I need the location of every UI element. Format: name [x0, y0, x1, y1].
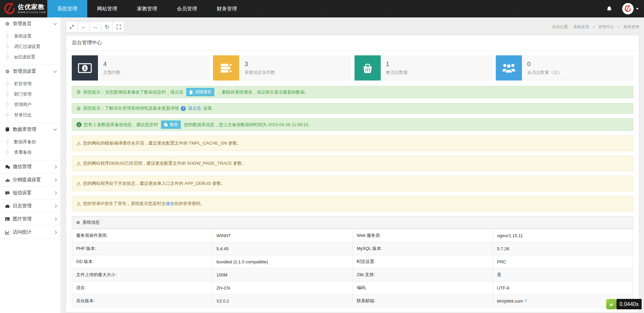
- stat-card-teachers[interactable]: 1 教员总数量: [355, 55, 492, 81]
- chevron-right-icon: [54, 178, 57, 181]
- sidebar-group-image: 图片管理: [0, 213, 61, 226]
- table-row: PHP 版本: 5.4.45 MySQL 版本: 5.7.26: [72, 242, 633, 255]
- stat-label: 教员总数量: [386, 69, 486, 75]
- expand-tab-button[interactable]: [66, 21, 78, 33]
- expand-icon: [69, 24, 74, 29]
- wechat-icon: [4, 165, 10, 169]
- sidebar-item-visit-stats[interactable]: 访问统计: [0, 226, 61, 239]
- change-password-link[interactable]: 修改: [166, 201, 174, 206]
- nav-item-website[interactable]: 网站管理: [87, 0, 127, 17]
- sidebar-item-view-backup[interactable]: 查看备份: [0, 147, 61, 157]
- stat-card-bookings[interactable]: 1 4 总预约数: [72, 55, 209, 81]
- top-nav-menu: 系统管理 网站管理 家教管理 会员管理 财务管理: [47, 0, 247, 17]
- sidebar-group-stats: 访问统计: [0, 226, 61, 239]
- gear-icon: ⚙: [76, 90, 81, 95]
- table-row: 后台版本: V2.0.2 联系邮箱: bh#jxbht.com?: [72, 295, 633, 308]
- sidebar-item-image-manage[interactable]: 图片管理: [0, 213, 61, 225]
- sidebar-item-word-filter[interactable]: 词汇过滤设置: [0, 41, 61, 52]
- money-icon: 1: [72, 55, 98, 81]
- stat-label: 家教信息发布数: [245, 69, 345, 75]
- nav-item-tutor[interactable]: 家教管理: [127, 0, 167, 17]
- copy-icon: [164, 123, 168, 127]
- alert-backup: i 您有 1 条数据库备份信息，建议您定时 备份 您的数据库信息，您: [72, 118, 633, 131]
- email-help-link[interactable]: ?: [524, 299, 527, 304]
- alert-clear-cache: ⚙ 系统提示：当您新增或者修改了数据信息时，请点击 清除缓存: [72, 86, 633, 98]
- sidebar: ⚙ 管理首页 系统设置 词汇过滤设置 Ip过滤设置 ⚙ 管理员设置 栏目管理: [0, 17, 61, 313]
- table-row: 服务器操作系统: WINNT Web 服务器: nginx/1.15.11: [72, 229, 633, 242]
- sysinfo-label: 编码:: [353, 281, 493, 295]
- sysinfo-label: PHP 版本:: [72, 242, 212, 255]
- stat-card-members[interactable]: 0 会员总数量（位）: [496, 55, 633, 81]
- info-circle-icon: i: [76, 122, 82, 127]
- sidebar-item-admin-users[interactable]: 管理用户: [0, 99, 61, 110]
- table-row: 文件上传的最大大小: 100M Zlib 支持: 是: [72, 268, 633, 281]
- system-info-section: ⚙ 系统信息 服务器操作系统: WINNT Web 服务器: nginx/1.1…: [72, 216, 633, 308]
- backup-button[interactable]: 备份: [161, 120, 181, 129]
- sidebar-item-home[interactable]: ⚙ 管理首页: [0, 17, 61, 30]
- sidebar-item-commission-settings[interactable]: 分销提成设置: [0, 173, 61, 186]
- contact-email: bh#jxbht.com: [497, 299, 523, 304]
- chevron-down-icon: [54, 22, 57, 25]
- sidebar-item-department-manage[interactable]: 部门管理: [0, 89, 61, 99]
- sysinfo-label: 时区设置:: [353, 255, 493, 268]
- stat-value: 3: [245, 61, 345, 68]
- avatar: [622, 3, 634, 14]
- sidebar-item-log-manage[interactable]: 日志管理: [0, 200, 61, 212]
- sidebar-item-system-settings[interactable]: 系统设置: [0, 31, 61, 41]
- sysinfo-value: UTF-8: [493, 281, 633, 295]
- alert-debug-enabled: ⚠ 您的网站程序DEBUG已经启用，建议更改配置文件的 SHOW_PAGE_TR…: [72, 156, 633, 171]
- stat-label: 会员总数量（位）: [527, 69, 628, 75]
- forward-button[interactable]: →: [89, 21, 101, 33]
- sysinfo-value: 5.4.45: [212, 242, 353, 255]
- sysinfo-value: 5.7.26: [493, 242, 633, 255]
- gear-icon: ⚙: [4, 69, 10, 74]
- refresh-button[interactable]: ↻: [101, 21, 113, 33]
- sysinfo-label: MySQL 版本:: [353, 242, 493, 255]
- warning-icon: ⚠: [76, 161, 81, 166]
- nav-item-system[interactable]: 系统管理: [47, 0, 87, 17]
- arrow-right-icon: →: [93, 24, 98, 30]
- user-menu-button[interactable]: [619, 0, 644, 17]
- clear-cache-button[interactable]: 清除缓存: [186, 88, 214, 96]
- sysinfo-label: Web 服务器:: [353, 229, 493, 242]
- sysinfo-value: nginx/1.15.11: [493, 229, 633, 242]
- breadcrumb-current: 系统管理: [623, 24, 639, 29]
- sysinfo-label: 服务器操作系统:: [72, 229, 212, 242]
- question-circle-icon[interactable]: ?: [181, 106, 186, 111]
- sidebar-item-sms-settings[interactable]: 短信设置: [0, 187, 61, 199]
- navbar-right: [599, 0, 644, 17]
- sidebar-item-login-log[interactable]: 登录日志: [0, 110, 61, 120]
- alert-version-info: ⚙ 系统提示：了解后台管理系统特性及版本更新详情 ? 请点击 这里。: [72, 103, 633, 114]
- nav-item-member[interactable]: 会员管理: [167, 0, 207, 17]
- chevron-right-icon: [54, 165, 57, 168]
- breadcrumb-home[interactable]: 系统首页: [573, 24, 589, 29]
- database-icon: [4, 127, 10, 132]
- thinkphp-flame-icon[interactable]: [606, 299, 616, 309]
- sidebar-group-log: 日志管理: [0, 200, 61, 213]
- sidebar-item-db-backup[interactable]: 数据库备份: [0, 137, 61, 147]
- click-here-link[interactable]: 请点击: [188, 105, 201, 111]
- sidebar-item-wechat-manage[interactable]: 微信管理: [0, 160, 61, 173]
- sidebar-item-ip-filter[interactable]: Ip过滤设置: [0, 52, 61, 62]
- sysinfo-value: bundled (2.1.0 compatible): [212, 255, 353, 268]
- fullscreen-button[interactable]: [113, 21, 125, 33]
- breadcrumb-center[interactable]: 管理中心: [598, 24, 614, 29]
- comment-icon: [4, 191, 10, 195]
- notifications-button[interactable]: [599, 0, 619, 17]
- sysinfo-value: ZH-CN: [212, 281, 353, 295]
- sidebar-item-database-manage[interactable]: 数据库管理: [0, 123, 61, 136]
- brand-logo[interactable]: 佐优家教 WWW.ZYJJ114.COM: [0, 0, 47, 17]
- sysinfo-value: V2.0.2: [212, 295, 353, 308]
- breadcrumb-prefix: 当前位置：: [552, 24, 572, 29]
- stat-card-tutor-posts[interactable]: 3 家教信息发布数: [213, 55, 351, 81]
- image-icon: [4, 217, 10, 221]
- svg-text:1: 1: [83, 66, 86, 71]
- back-button[interactable]: ←: [77, 21, 90, 33]
- sidebar-item-admin-settings[interactable]: ⚙ 管理员设置: [0, 65, 61, 78]
- arrow-left-icon: ←: [81, 24, 86, 30]
- gear-icon: ⚙: [76, 220, 80, 225]
- chevron-right-icon: [54, 204, 57, 208]
- nav-item-finance[interactable]: 财务管理: [207, 0, 247, 17]
- trace-badge: 0.0440s: [606, 299, 642, 309]
- sidebar-item-column-manage[interactable]: 栏目管理: [0, 79, 61, 89]
